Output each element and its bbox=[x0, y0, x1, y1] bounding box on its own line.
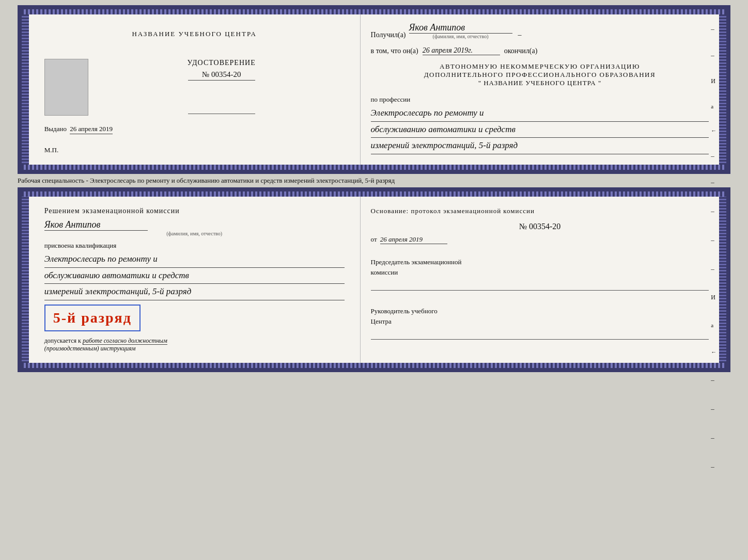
dopusk-text2: (производственным) инструкциям bbox=[44, 345, 136, 352]
dopuskaetsya-label: допускается к bbox=[44, 337, 81, 344]
prisvoena-label: присвоена квалификация bbox=[44, 242, 345, 250]
separator-text: Рабочая специальность - Электрослесарь п… bbox=[18, 174, 730, 187]
qual-line2: обслуживанию автоматики и средств bbox=[44, 268, 345, 284]
komissia-title: Решением экзаменационной комиссии bbox=[44, 207, 345, 215]
vydano-value: 26 апреля 2019 bbox=[70, 125, 113, 134]
fio-subtitle-top: (фамилия, имя, отчество) bbox=[433, 34, 489, 39]
badge-text: 5-й разряд bbox=[53, 310, 132, 326]
profession-line3-top: измерений электростанций, 5-й разряд bbox=[371, 138, 709, 154]
r-dash4: И bbox=[711, 294, 716, 301]
org-line1: АВТОНОМНУЮ НЕКОММЕРЧЕСКУЮ ОРГАНИЗАЦИЮ bbox=[371, 62, 709, 71]
centr-label: Центра bbox=[371, 316, 709, 327]
komissia-label-bottom: комиссии bbox=[371, 267, 709, 278]
completion-date: 26 апреля 2019г. bbox=[423, 46, 500, 55]
org-quote: " НАЗВАНИЕ УЧЕБНОГО ЦЕНТРА " bbox=[371, 79, 709, 87]
r-dash8: – bbox=[711, 405, 716, 413]
r-dash5: а bbox=[711, 322, 716, 328]
r-dash2: – bbox=[711, 236, 716, 244]
dash7: – bbox=[711, 178, 716, 186]
cert-number: № 00354-20 bbox=[188, 70, 255, 81]
r-dash1: – bbox=[711, 207, 716, 215]
vydano-label: Выдано bbox=[44, 125, 67, 133]
qual-line3: измерений электростанций, 5-й разряд bbox=[44, 284, 345, 300]
mp-label: М.П. bbox=[44, 146, 58, 154]
udostoverenie-title: УДОСТОВЕРЕНИЕ bbox=[188, 59, 256, 67]
profession-line2-top: обслуживанию автоматики и средств bbox=[371, 122, 709, 138]
no-label-bottom: № 00354-20 bbox=[371, 222, 709, 231]
predsedatel-label: Председатель экзаменационной bbox=[371, 257, 709, 267]
r-dash7: – bbox=[711, 376, 716, 384]
recipient-name-bottom: Яков Антипов bbox=[44, 219, 148, 231]
org-line2: ДОПОЛНИТЕЛЬНОГО ПРОФЕССИОНАЛЬНОГО ОБРАЗО… bbox=[371, 71, 709, 79]
dash3: И bbox=[711, 77, 716, 85]
okonchil-label: окончил(а) bbox=[504, 47, 538, 55]
vtom-label: в том, что он(а) bbox=[371, 47, 418, 55]
r-dash10: – bbox=[711, 462, 716, 471]
ot-label: от bbox=[371, 235, 377, 243]
qual-line1: Электрослесарь по ремонту и bbox=[44, 251, 345, 268]
r-dash6: ← bbox=[711, 349, 716, 355]
dopusk-text: работе согласно должностным bbox=[83, 337, 167, 345]
rukov-label: Руководитель учебного bbox=[371, 306, 709, 316]
photo-placeholder bbox=[44, 59, 88, 116]
dash1: – bbox=[711, 25, 716, 33]
po-professii-label: по профессии bbox=[371, 95, 709, 104]
dash5: ← bbox=[711, 127, 716, 134]
ot-date: 26 апреля 2019 bbox=[380, 235, 447, 244]
dash4: а bbox=[711, 103, 716, 109]
r-dash3: – bbox=[711, 265, 716, 273]
dash2: – bbox=[711, 51, 716, 59]
dash6: – bbox=[711, 152, 716, 160]
center-title-top: НАЗВАНИЕ УЧЕБНОГО ЦЕНТРА bbox=[132, 30, 256, 38]
profession-line1-top: Электрослесарь по ремонту и bbox=[371, 105, 709, 122]
poluchil-label: Получил(а) bbox=[371, 31, 406, 39]
recipient-name-top: Яков Антипов bbox=[409, 22, 512, 34]
osnov-label: Основание: протокол экзаменационной коми… bbox=[371, 207, 709, 215]
r-dash9: – bbox=[711, 434, 716, 442]
fio-subtitle-bottom: (фамилия, имя, отчество) bbox=[166, 231, 222, 236]
